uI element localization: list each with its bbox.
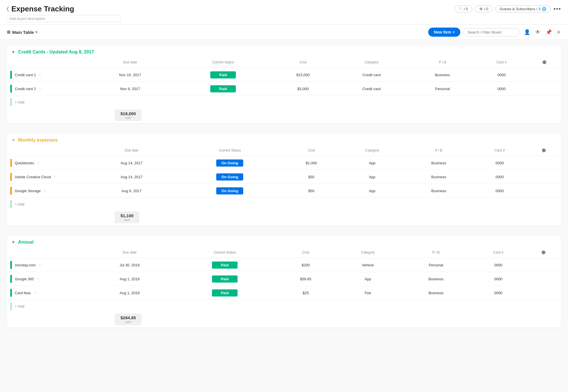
group-title-credit-cards: Credit Cards - Updated Aug 8, 2017 — [18, 49, 94, 55]
robot-count-btn[interactable]: ⚙ / 0 — [475, 5, 492, 13]
row-color-bar — [10, 85, 12, 93]
comment-icon[interactable]: ○ — [39, 86, 41, 91]
group-title-monthly: Monthly expenses — [18, 138, 58, 143]
row-status-2-2[interactable]: Paid — [173, 286, 277, 300]
col-5-monthly: Card # — [473, 145, 526, 156]
sum-section-annual: $284.85 sum — [7, 312, 561, 327]
row-card-1-1: 0000 — [473, 170, 526, 184]
col-4-monthly: P / B — [405, 145, 473, 156]
col-1-monthly: Current Status — [177, 145, 283, 156]
table-row: Adobe Creative Cloud ○ Aug 14, 2017 On G… — [7, 170, 561, 184]
sum-value-credit-cards: $18,000 — [120, 111, 136, 116]
row-due-date-2-0: Jul 30, 2018 — [86, 258, 173, 272]
like-icon: ♡ — [459, 7, 462, 11]
status-badge: Paid — [212, 275, 238, 283]
add-row-credit-cards: + Add — [7, 96, 561, 109]
group-header-annual: ▼ Annual — [7, 236, 561, 247]
row-card-0-1: 0000 — [476, 82, 527, 96]
col-2-annual: Cost — [277, 247, 335, 258]
row-status-2-0[interactable]: Paid — [173, 258, 277, 272]
row-name-0-1: Credit card 2 ○ — [7, 82, 86, 96]
table-icon: ⊞ — [7, 30, 11, 35]
row-pb-1-0: Business — [405, 156, 473, 170]
row-status-2-1[interactable]: Paid — [173, 272, 277, 286]
row-category-0-1: Credit card — [334, 82, 409, 96]
toolbar-left: ⊞ Main Table ▾ — [7, 30, 37, 35]
row-card-1-2: 0000 — [473, 184, 526, 198]
user-filter-btn[interactable]: 👤 — [523, 28, 531, 36]
main-content: ▼ Credit Cards - Updated Aug 8, 2017 Due… — [0, 40, 568, 392]
row-category-2-2: Fee — [335, 286, 401, 300]
row-card-0-0: 0000 — [476, 68, 527, 82]
add-btn-annual[interactable]: + Add — [7, 300, 561, 313]
row-item-name: Google 365 — [15, 277, 34, 281]
add-row-bar — [10, 98, 12, 106]
row-status-1-0[interactable]: On Going — [177, 156, 283, 170]
new-item-btn[interactable]: New Item ▾ — [428, 28, 460, 37]
table-name[interactable]: ⊞ Main Table ▾ — [7, 30, 37, 35]
add-btn-monthly[interactable]: + Add — [7, 198, 561, 211]
pin-btn[interactable]: 📌 — [544, 28, 553, 36]
app-title: 〈 Expense Tracking — [7, 5, 74, 13]
add-col-credit-cards[interactable]: ⊕ — [527, 57, 561, 68]
comment-icon[interactable]: ○ — [39, 72, 41, 77]
title-row: 〈 Expense Tracking ♡ / 0 ⚙ / 0 Guests & … — [7, 5, 561, 13]
comment-icon[interactable]: ○ — [43, 188, 46, 193]
comment-icon[interactable]: ○ — [34, 290, 36, 295]
row-cost-0-0: $15,000 — [272, 68, 334, 82]
col-3-credit-cards: Category — [334, 57, 409, 68]
board-description[interactable]: Add board description — [7, 15, 120, 22]
col-name-credit-cards — [7, 57, 86, 68]
table-annual: Due dateCurrent StatusCostCategoryP / BC… — [7, 247, 561, 312]
row-card-2-1: 0000 — [471, 272, 526, 286]
row-cost-1-2: $50 — [283, 184, 340, 198]
add-btn-credit-cards[interactable]: + Add — [7, 96, 561, 109]
add-item-label[interactable]: + Add — [15, 202, 24, 206]
row-name-2-0: monday.com ○ — [7, 258, 86, 272]
comment-icon[interactable]: ○ — [38, 262, 41, 267]
search-input[interactable] — [463, 28, 520, 36]
sum-section-monthly: $1,100 sum — [7, 210, 561, 225]
row-category-0-0: Credit card — [334, 68, 409, 82]
table-row: Quickbooks ○ Aug 14, 2017 On Going $1,00… — [7, 156, 561, 170]
comment-icon[interactable]: ○ — [37, 160, 40, 165]
row-pb-1-1: Business — [405, 170, 473, 184]
status-badge: On Going — [216, 173, 243, 181]
add-item-label[interactable]: + Add — [15, 100, 24, 104]
status-badge: Paid — [212, 262, 238, 269]
row-status-0-1[interactable]: Paid — [174, 82, 272, 96]
comment-icon[interactable]: ○ — [54, 174, 57, 179]
sum-value-annual: $284.85 — [120, 315, 136, 320]
col-name-annual — [7, 247, 86, 258]
row-extra-2-2 — [526, 286, 561, 300]
more-options-btn[interactable]: ••• — [554, 6, 561, 12]
row-item-name: Adobe Creative Cloud — [15, 175, 51, 179]
row-due-date-1-1: Aug 14, 2017 — [86, 170, 177, 184]
add-col-monthly[interactable]: ⊕ — [527, 145, 561, 156]
table-name-label: Main Table — [12, 30, 34, 35]
guests-btn[interactable]: Guests & Subscribers / 3 🌐 — [495, 5, 551, 13]
row-status-1-1[interactable]: On Going — [177, 170, 283, 184]
row-pb-0-1: Personal — [409, 82, 476, 96]
group-credit-cards: ▼ Credit Cards - Updated Aug 8, 2017 Due… — [7, 45, 561, 123]
table-monthly: Due dateCurrent StatusCostCategoryP / BC… — [7, 145, 561, 210]
like-count-btn[interactable]: ♡ / 0 — [455, 5, 472, 13]
col-1-annual: Current Status — [173, 247, 277, 258]
row-item-name: Credit card 1 — [15, 73, 36, 77]
row-card-2-2: 0000 — [471, 286, 526, 300]
row-color-bar — [10, 289, 12, 297]
table-row: monday.com ○ Jul 30, 2018 Paid $200 Vehi… — [7, 258, 561, 272]
row-cost-1-0: $1,000 — [283, 156, 340, 170]
add-col-annual[interactable]: ⊕ — [526, 247, 561, 258]
row-status-0-0[interactable]: Paid — [174, 68, 272, 82]
add-item-label[interactable]: + Add — [15, 304, 24, 308]
filter-btn[interactable]: ≡ — [556, 28, 561, 36]
group-arrow-monthly[interactable]: ▼ — [11, 138, 15, 142]
comment-icon[interactable]: ○ — [37, 276, 39, 281]
globe-icon: 🌐 — [542, 7, 546, 11]
group-arrow-credit-cards[interactable]: ▼ — [11, 50, 15, 54]
eye-btn[interactable]: 👁 — [534, 28, 542, 36]
row-status-1-2[interactable]: On Going — [177, 184, 283, 198]
row-pb-2-0: Personal — [401, 258, 471, 272]
group-arrow-annual[interactable]: ▼ — [11, 240, 15, 244]
